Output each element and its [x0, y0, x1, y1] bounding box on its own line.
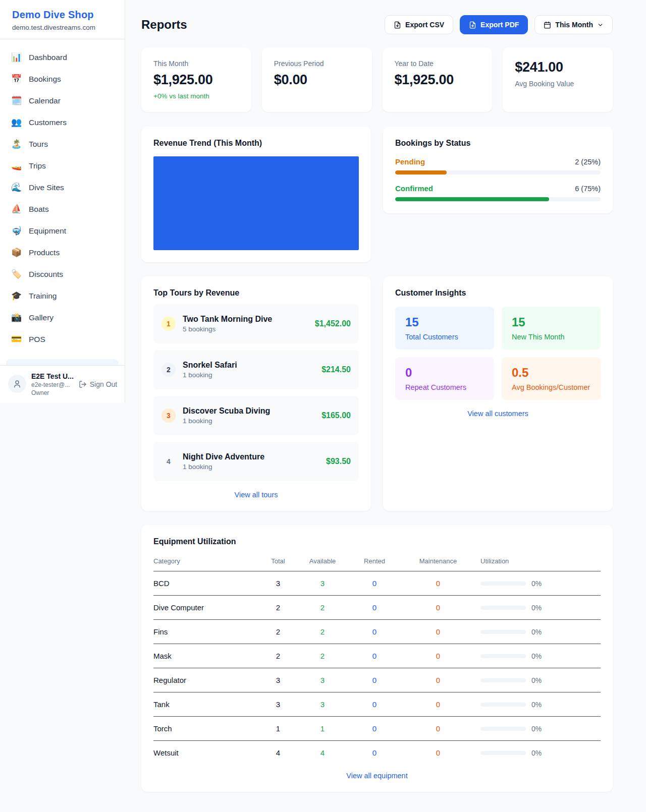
sidebar-item-trips[interactable]: 🚤 Trips [6, 155, 119, 177]
utilization-bar [480, 678, 526, 682]
sidebar-item-label: Dashboard [29, 53, 67, 62]
sidebar-item-pos[interactable]: 💳 POS [6, 328, 119, 350]
user-role: Owner [31, 389, 74, 396]
sidebar-item-customers[interactable]: 👥 Customers [6, 111, 119, 133]
equipment-table: Category Total Available Rented Maintena… [153, 552, 601, 765]
top-tours-title: Top Tours by Revenue [153, 288, 359, 298]
equipment-total: 3 [249, 571, 307, 596]
calendar-icon [544, 21, 551, 29]
utilization-bar [480, 606, 526, 610]
sidebar-item-label: POS [29, 335, 45, 344]
col-utilization: Utilization [465, 552, 601, 571]
utilization-bar [480, 630, 526, 634]
equipment-utilization-cell: 0% [465, 668, 601, 692]
utilization-percent: 0% [531, 725, 542, 733]
status-count: 6 (75%) [575, 185, 601, 193]
nav-gallery-icon: 📸 [11, 312, 21, 323]
view-all-equipment-link[interactable]: View all equipment [153, 772, 601, 780]
sidebar-item-label: Boats [29, 205, 49, 214]
equipment-maintenance: 0 [411, 692, 465, 717]
sidebar-item-discounts[interactable]: 🏷️ Discounts [6, 263, 119, 285]
status-list: Pending 2 (25%) Confirmed 6 (75%) [395, 157, 601, 201]
bookings-by-status-card: Bookings by Status Pending 2 (25%) [383, 127, 613, 213]
sidebar-item-boats[interactable]: ⛵ Boats [6, 198, 119, 220]
sidebar-item-bookings[interactable]: 📅 Bookings [6, 68, 119, 90]
sidebar: Demo Dive Shop demo.test.divestreams.com… [0, 0, 125, 403]
utilization-percent: 0% [531, 652, 542, 660]
sidebar-item-equipment[interactable]: 🤿 Equipment [6, 220, 119, 242]
sidebar-user-footer: E2E Test U... e2e-tester@... Owner Sign … [0, 365, 125, 403]
tour-rank-badge: 2 [162, 363, 176, 377]
equipment-rented: 0 [338, 717, 411, 741]
sign-out-icon [79, 380, 87, 388]
tour-row-snorkel-safari: 2 Snorkel Safari 1 booking $214.50 [153, 350, 359, 389]
stat-value: $1,925.00 [153, 72, 239, 88]
sign-out-label: Sign Out [90, 380, 117, 388]
sidebar-item-training[interactable]: 🎓 Training [6, 285, 119, 307]
equipment-rented: 0 [338, 692, 411, 717]
equipment-available: 3 [307, 692, 338, 717]
equipment-rented: 0 [338, 620, 411, 644]
tour-row-two-tank-morning-dive: 1 Two Tank Morning Dive 5 bookings $1,45… [153, 304, 359, 343]
sidebar-item-gallery[interactable]: 📸 Gallery [6, 307, 119, 328]
shop-name: Demo Dive Shop [12, 9, 113, 21]
equipment-category: Wetsuit [153, 741, 249, 765]
revenue-trend-bar [153, 156, 359, 250]
equipment-utilization-cell: 0% [465, 596, 601, 620]
utilization-percent: 0% [531, 701, 542, 709]
utilization-percent: 0% [531, 676, 542, 684]
equipment-category: Dive Computer [153, 596, 249, 620]
equipment-total: 3 [249, 692, 307, 717]
sign-out-button[interactable]: Sign Out [79, 380, 117, 388]
status-row-confirmed: Confirmed 6 (75%) [395, 184, 601, 201]
insight-tile-avg-bookings-customer: 0.5 Avg Bookings/Customer [502, 357, 601, 400]
status-label: Pending [395, 157, 425, 166]
main-content: Reports Export CSV Export PDF This Month [125, 0, 646, 792]
equipment-rented: 0 [338, 644, 411, 668]
export-pdf-button[interactable]: Export PDF [460, 15, 528, 34]
equipment-category: Mask [153, 644, 249, 668]
bookings-by-status-title: Bookings by Status [395, 139, 601, 148]
stat-label: Previous Period [274, 60, 360, 68]
insight-value: 15 [405, 315, 484, 329]
stat-card-this-month: This Month $1,925.00 +0% vs last month [141, 47, 251, 112]
tour-rank-badge: 3 [162, 409, 176, 423]
nav-boats-icon: ⛵ [11, 204, 21, 214]
equipment-maintenance: 0 [411, 668, 465, 692]
nav-pos-icon: 💳 [11, 334, 21, 344]
status-bar-fill [395, 170, 447, 175]
sidebar-item-dive-sites[interactable]: 🌊 Dive Sites [6, 177, 119, 198]
equipment-utilization-cell: 0% [465, 620, 601, 644]
stat-card-previous-period: Previous Period $0.00 [262, 47, 372, 112]
utilization-percent: 0% [531, 579, 542, 588]
avatar [8, 375, 26, 393]
nav-customers-icon: 👥 [11, 117, 21, 128]
equipment-row-bcd: BCD 3 3 0 0 0% [153, 571, 601, 596]
equipment-row-torch: Torch 1 1 0 0 0% [153, 717, 601, 741]
sidebar-item-tours[interactable]: 🏝️ Tours [6, 133, 119, 155]
chevron-down-icon [597, 22, 604, 28]
view-all-tours-link[interactable]: View all tours [153, 491, 359, 499]
tour-amount: $1,452.00 [315, 319, 351, 328]
sidebar-item-reports-active-partial[interactable] [6, 359, 119, 365]
insight-value: 15 [512, 315, 590, 329]
sidebar-item-calendar[interactable]: 🗓️ Calendar [6, 90, 119, 111]
page-title: Reports [141, 18, 187, 32]
person-icon [13, 379, 22, 388]
status-bar-track [395, 170, 601, 175]
period-select[interactable]: This Month [534, 15, 613, 34]
sidebar-item-dashboard[interactable]: 📊 Dashboard [6, 46, 119, 68]
equipment-maintenance: 0 [411, 596, 465, 620]
tour-row-night-dive-adventure: 4 Night Dive Adventure 1 booking $93.50 [153, 442, 359, 481]
export-csv-button[interactable]: Export CSV [385, 15, 453, 34]
nav-dashboard-icon: 📊 [11, 52, 21, 63]
equipment-rented: 0 [338, 571, 411, 596]
sidebar-item-label: Gallery [29, 313, 53, 322]
insight-label: Avg Bookings/Customer [512, 383, 590, 391]
equipment-rented: 0 [338, 668, 411, 692]
sidebar-item-products[interactable]: 📦 Products [6, 242, 119, 263]
equipment-maintenance: 0 [411, 741, 465, 765]
stat-card-year-to-date: Year to Date $1,925.00 [383, 47, 493, 112]
view-all-customers-link[interactable]: View all customers [395, 410, 601, 418]
sidebar-item-label: Trips [29, 161, 46, 170]
